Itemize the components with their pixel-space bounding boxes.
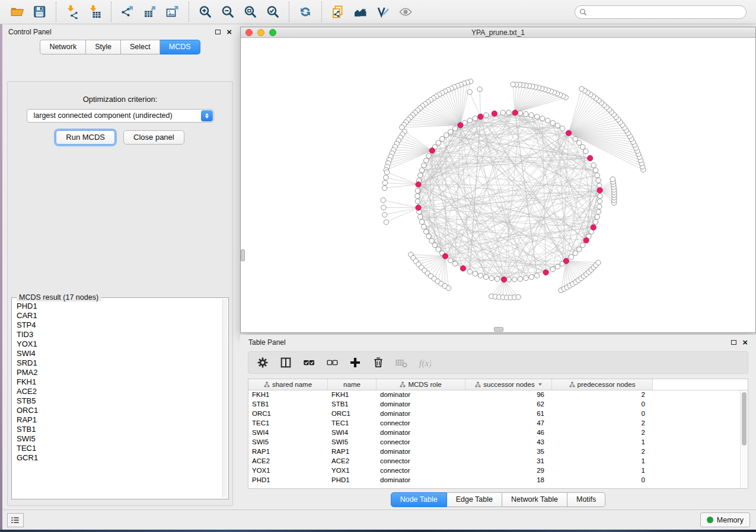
graph-node[interactable] — [415, 188, 420, 193]
network-canvas[interactable] — [241, 38, 755, 332]
unselect-all-columns-button[interactable] — [325, 355, 339, 370]
graph-node[interactable] — [573, 136, 578, 141]
tab-style[interactable]: Style — [86, 40, 121, 55]
mcds-result-item[interactable]: TEC1 — [14, 444, 222, 453]
table-scrollbar[interactable] — [740, 390, 748, 488]
tab-edge-table[interactable]: Edge Table — [447, 492, 502, 507]
graph-node[interactable] — [448, 129, 453, 134]
graph-node[interactable] — [506, 110, 511, 115]
graph-node[interactable] — [473, 271, 477, 276]
column-header-MCDS-role[interactable]: MCDS role — [377, 379, 465, 390]
graph-node[interactable] — [534, 114, 539, 119]
graph-node[interactable] — [452, 126, 457, 131]
graph-dominator-node[interactable] — [563, 258, 569, 264]
graph-node[interactable] — [596, 209, 601, 214]
graph-dominator-node[interactable] — [591, 225, 596, 230]
graph-dominator-node[interactable] — [566, 130, 571, 136]
vizmap-button[interactable] — [372, 2, 394, 22]
graph-dominator-node[interactable] — [501, 277, 506, 282]
graph-leaf-node[interactable] — [384, 170, 389, 175]
table-row[interactable]: TEC1TEC1connector472 — [248, 419, 748, 428]
new-network-from-selection-button[interactable] — [327, 2, 349, 22]
tab-motifs[interactable]: Motifs — [567, 492, 605, 507]
optimization-criterion-dropdown[interactable]: largest connected component (undirected) — [27, 109, 214, 123]
network-horizontal-scroll-thumb[interactable] — [494, 327, 503, 332]
graph-node[interactable] — [424, 229, 429, 234]
memory-button[interactable]: Memory — [700, 512, 750, 527]
graph-leaf-node[interactable] — [382, 180, 387, 185]
save-session-button[interactable] — [28, 2, 51, 22]
table-row[interactable]: ACE2ACE2connector311 — [248, 457, 748, 466]
graph-node[interactable] — [467, 118, 472, 123]
mcds-result-item[interactable]: GCR1 — [14, 453, 222, 463]
graph-node[interactable] — [452, 261, 457, 266]
search-input[interactable] — [575, 5, 747, 19]
table-row[interactable]: YOX1YOX1connector291 — [248, 466, 748, 476]
graph-node[interactable] — [593, 168, 598, 172]
column-header-predecessor-nodes[interactable]: predecessor nodes — [552, 379, 653, 390]
export-network-button[interactable] — [116, 2, 139, 22]
delete-columns-button[interactable] — [371, 355, 385, 370]
graph-node[interactable] — [418, 173, 423, 178]
graph-node[interactable] — [569, 255, 573, 259]
graph-node[interactable] — [426, 153, 431, 158]
graph-leaf-node[interactable] — [596, 260, 601, 265]
mcds-result-item[interactable]: STB1 — [14, 425, 222, 434]
graph-node[interactable] — [598, 194, 602, 198]
graph-node[interactable] — [436, 140, 441, 145]
graph-dominator-node[interactable] — [478, 114, 483, 119]
graph-node[interactable] — [573, 251, 578, 255]
mcds-result-item[interactable]: STB5 — [14, 396, 222, 406]
graph-node[interactable] — [577, 247, 582, 252]
graph-node[interactable] — [419, 219, 424, 224]
graph-node[interactable] — [418, 214, 423, 219]
network-manager-button[interactable] — [349, 2, 372, 22]
table-scroll-thumb[interactable] — [742, 392, 747, 446]
graph-node[interactable] — [432, 243, 437, 248]
graph-node[interactable] — [500, 110, 505, 115]
column-header-shared-name[interactable]: shared name — [248, 379, 328, 390]
graph-node[interactable] — [426, 234, 431, 239]
mcds-result-item[interactable]: SWI5 — [14, 434, 222, 444]
graph-leaf-node[interactable] — [381, 198, 385, 203]
table-row[interactable]: FKH1FKH1dominator962 — [248, 390, 748, 400]
graph-node[interactable] — [419, 168, 424, 172]
tab-network[interactable]: Network — [40, 40, 86, 55]
graph-leaf-node[interactable] — [382, 185, 387, 190]
float-panel-icon[interactable] — [215, 30, 221, 34]
mcds-result-item[interactable]: PHD1 — [14, 302, 222, 311]
close-panel-icon[interactable]: × — [227, 29, 232, 35]
graph-node[interactable] — [580, 243, 585, 248]
mcds-result-item[interactable]: STP4 — [14, 321, 222, 330]
graph-dominator-node[interactable] — [458, 123, 463, 128]
graph-node[interactable] — [478, 273, 483, 278]
export-image-button[interactable] — [161, 2, 184, 22]
zoom-out-button[interactable] — [216, 2, 239, 22]
graph-node[interactable] — [495, 277, 500, 281]
graph-dominator-node[interactable] — [429, 148, 435, 153]
graph-node[interactable] — [424, 158, 429, 163]
graph-node[interactable] — [473, 116, 477, 121]
zoom-in-button[interactable] — [194, 2, 216, 22]
graph-leaf-node[interactable] — [381, 205, 386, 210]
mcds-result-item[interactable]: SWI4 — [14, 349, 222, 358]
graph-leaf-node[interactable] — [384, 220, 388, 225]
graph-node[interactable] — [597, 204, 602, 209]
graph-node[interactable] — [540, 116, 545, 121]
graph-leaf-node[interactable] — [516, 294, 521, 299]
mcds-result-item[interactable]: PMA2 — [14, 368, 222, 377]
select-all-columns-button[interactable] — [302, 355, 316, 370]
network-window-titlebar[interactable]: YPA_prune.txt_1 — [241, 27, 755, 38]
graph-node[interactable] — [550, 120, 555, 125]
run-mcds-button[interactable]: Run MCDS — [56, 130, 115, 145]
graph-node[interactable] — [422, 163, 426, 168]
table-options-gear-button[interactable] — [256, 355, 270, 370]
graph-node[interactable] — [484, 274, 489, 279]
graph-node[interactable] — [595, 214, 599, 219]
column-header-successor-nodes[interactable]: successor nodes — [465, 379, 552, 390]
graph-leaf-node[interactable] — [382, 212, 387, 217]
show-panels-button[interactable] — [7, 513, 24, 527]
graph-node[interactable] — [591, 163, 596, 168]
table-row[interactable]: STB1STB1dominator620 — [248, 400, 748, 409]
table-row[interactable]: PHD1PHD1dominator180 — [248, 476, 748, 485]
